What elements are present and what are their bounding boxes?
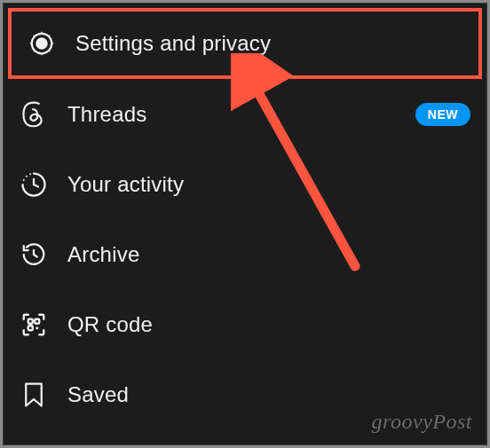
svg-point-2 [23, 179, 25, 181]
svg-rect-6 [35, 318, 39, 323]
menu-item-archive[interactable]: Archive [4, 219, 486, 289]
menu-item-qrcode[interactable]: QR code [4, 289, 486, 359]
watermark: groovyPost [372, 410, 472, 434]
new-badge: NEW [415, 103, 470, 126]
qr-code-icon [20, 310, 48, 339]
menu-item-activity[interactable]: Your activity [4, 149, 486, 219]
svg-point-8 [36, 326, 38, 329]
gear-icon [28, 29, 56, 58]
archive-icon [20, 240, 48, 269]
svg-point-1 [36, 38, 46, 48]
menu-item-label: Your activity [67, 172, 184, 197]
svg-point-3 [26, 175, 28, 177]
menu-item-label: Archive [67, 242, 139, 267]
clock-activity-icon [20, 170, 48, 199]
svg-rect-7 [28, 326, 33, 330]
menu-item-label: Settings and privacy [75, 31, 271, 56]
menu-item-label: Saved [67, 382, 129, 407]
svg-rect-5 [28, 318, 33, 323]
menu-item-label: Threads [67, 102, 146, 127]
bookmark-icon [20, 381, 48, 409]
svg-point-4 [29, 173, 31, 175]
menu-item-threads[interactable]: Threads NEW [4, 79, 486, 149]
threads-icon [20, 100, 48, 129]
menu-item-label: QR code [67, 312, 153, 337]
menu-item-settings[interactable]: Settings and privacy [8, 8, 482, 79]
